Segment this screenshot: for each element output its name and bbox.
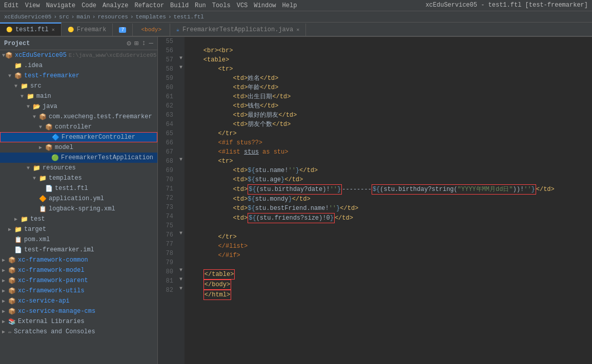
tab-body[interactable]: <body> bbox=[133, 24, 170, 36]
gear-icon[interactable]: ⚙ bbox=[127, 39, 131, 48]
ftl-icon2: 🟡 bbox=[68, 27, 74, 33]
tree-templates[interactable]: ▼ 📁 templates bbox=[0, 173, 157, 183]
code-line-62: <td>钱包</td> bbox=[189, 101, 588, 111]
tab-freemarker-java[interactable]: ☕ FreemarkerTestApplication.java ✕ bbox=[170, 24, 306, 36]
tree-main[interactable]: ▼ 📁 main bbox=[0, 91, 157, 101]
tree-xc-model[interactable]: ▶ 📦 xc-framework-model bbox=[0, 265, 157, 275]
tree-xc-utils[interactable]: ▶ 📦 xc-framework-utils bbox=[0, 286, 157, 296]
tab-freemarker-java-close[interactable]: ✕ bbox=[296, 27, 299, 33]
tree-idea-label: .idea bbox=[24, 62, 43, 69]
tree-iml[interactable]: 📄 test-freemarker.iml bbox=[0, 245, 157, 255]
close-panel-icon[interactable]: — bbox=[149, 39, 153, 48]
tree-test-freemarker[interactable]: ▼ 📦 test-freemarker bbox=[0, 71, 157, 81]
project-header: Project ⚙ ⊞ ↕ — bbox=[0, 37, 157, 50]
tree-xc-common-label: xc-framework-common bbox=[18, 256, 88, 264]
code-line-63: <td>最好的朋友</td> bbox=[189, 111, 588, 120]
tree-scratches[interactable]: ▶ ✏ Scratches and Consoles bbox=[0, 327, 157, 337]
templates-icon: 📁 bbox=[39, 175, 47, 182]
breadcrumb-src[interactable]: src bbox=[59, 14, 69, 20]
main-layout: Project ⚙ ⊞ ↕ — ▼ 📦 xcEduService05 E:\ja… bbox=[0, 37, 592, 364]
tree-controller[interactable]: ▼ 📦 controller bbox=[0, 122, 157, 132]
tree-freemarker-controller[interactable]: 🔷 FreemarkerController bbox=[0, 132, 157, 142]
xc-utils-icon: 📦 bbox=[8, 287, 16, 295]
code-area[interactable]: <br><br> <table> <tr> <td>姓名</td> <td>年龄… bbox=[185, 37, 592, 364]
tab-freemarker[interactable]: 🟡 Freemark bbox=[62, 24, 113, 36]
menu-help[interactable]: Help bbox=[282, 2, 297, 9]
tree-src[interactable]: ▼ 📁 src bbox=[0, 81, 157, 91]
menu-edit[interactable]: Edit bbox=[4, 2, 19, 9]
code-line-71: <td>${(stu.birthday?date)!''}--------${(… bbox=[189, 184, 588, 195]
menu-window[interactable]: Window bbox=[254, 2, 276, 9]
code-line-76: </tr> bbox=[189, 232, 588, 242]
breadcrumb-main[interactable]: main bbox=[76, 14, 90, 20]
menu-code[interactable]: Code bbox=[81, 2, 96, 9]
breadcrumb-resources[interactable]: resources bbox=[97, 14, 128, 20]
breadcrumb-xcEduService05[interactable]: xcEduService05 bbox=[4, 14, 51, 20]
tree-application-yml[interactable]: 🔶 application.yml bbox=[0, 194, 157, 204]
expand-icon[interactable]: ↕ bbox=[141, 39, 146, 48]
layout-icon[interactable]: ⊞ bbox=[134, 39, 138, 48]
tree-com-package[interactable]: ▼ 📦 com.xuecheng.test.freemarker bbox=[0, 112, 157, 122]
tree-controller-label: controller bbox=[55, 123, 92, 131]
fold-gutter: ▼ ▼ ▼ ▼ bbox=[177, 37, 185, 364]
tree-app-label: FreemarkerTestApplication bbox=[61, 154, 153, 161]
code-line-57: <table> bbox=[189, 55, 588, 65]
menu-vcs[interactable]: VCS bbox=[237, 2, 248, 9]
code-line-65: </tr> bbox=[189, 129, 588, 138]
tree-resources[interactable]: ▼ 📁 resources bbox=[0, 163, 157, 173]
tree-java[interactable]: ▼ 📂 java bbox=[0, 101, 157, 112]
app-icon: 🟢 bbox=[51, 154, 59, 162]
tree-logback-xml[interactable]: 📋 logback-spring.xml bbox=[0, 204, 157, 214]
code-line-79 bbox=[189, 260, 588, 269]
code-line-74: <td>${(stu.friends?size)!0}</td> bbox=[189, 213, 588, 223]
menu-refactor[interactable]: Refactor bbox=[134, 2, 164, 9]
tree-root[interactable]: ▼ 📦 xcEduService05 E:\java_www\xcEduServ… bbox=[0, 50, 157, 60]
tree-target-label: target bbox=[24, 226, 46, 233]
src-icon: 📁 bbox=[21, 82, 28, 90]
menu-build[interactable]: Build bbox=[170, 2, 189, 9]
folder-icon: 📁 bbox=[14, 62, 22, 70]
project-tree: ▼ 📦 xcEduService05 E:\java_www\xcEduServ… bbox=[0, 50, 157, 364]
breadcrumb-templates[interactable]: templates bbox=[136, 14, 166, 20]
tree-logback-label: logback-spring.xml bbox=[49, 205, 115, 212]
tab-test1-ftl-close[interactable]: ✕ bbox=[52, 27, 55, 33]
tree-root-label: xcEduService05 bbox=[15, 52, 67, 59]
tree-xc-common[interactable]: ▶ 📦 xc-framework-common bbox=[0, 255, 157, 265]
tree-freemarker-app[interactable]: 🟢 FreemarkerTestApplication bbox=[0, 153, 157, 163]
tree-xc-parent[interactable]: ▶ 📦 xc-framework-parent bbox=[0, 275, 157, 286]
code-line-56: <br><br> bbox=[189, 46, 588, 55]
tab-number-badge: 7 bbox=[119, 27, 126, 33]
code-editor[interactable]: 55 56 57 58 59 60 61 62 63 64 65 66 67 6… bbox=[158, 37, 592, 364]
resources-icon: 📁 bbox=[33, 164, 40, 172]
tab-number[interactable]: 7 bbox=[113, 24, 133, 36]
tree-idea[interactable]: 📁 .idea bbox=[0, 60, 157, 71]
code-line-75 bbox=[189, 223, 588, 232]
tree-templates-label: templates bbox=[49, 175, 82, 182]
test-fm-arrow: ▼ bbox=[8, 73, 14, 79]
tree-test[interactable]: ▶ 📁 test bbox=[0, 214, 157, 224]
package-icon: 📦 bbox=[39, 113, 47, 121]
breadcrumb-test1-ftl[interactable]: test1.ftl bbox=[174, 14, 204, 20]
tree-resources-label: resources bbox=[43, 164, 76, 172]
tree-external-libs[interactable]: ▶ 📚 External Libraries bbox=[0, 316, 157, 327]
test-folder-icon: 📁 bbox=[21, 216, 28, 223]
window-title: xcEduService05 - test1.ftl [test-freemar… bbox=[425, 2, 588, 9]
code-line-59: <td>姓名</td> bbox=[189, 74, 588, 83]
menu-analyze[interactable]: Analyze bbox=[103, 2, 128, 9]
tree-target[interactable]: ▶ 📁 target bbox=[0, 224, 157, 234]
menu-run[interactable]: Run bbox=[195, 2, 206, 9]
menu-navigate[interactable]: Navigate bbox=[46, 2, 76, 9]
controller-package-icon: 📦 bbox=[45, 123, 53, 131]
tab-test1-ftl[interactable]: 🟡 test1.ftl ✕ bbox=[0, 23, 62, 36]
tree-xc-cms[interactable]: ▶ 📦 xc-service-manage-cms bbox=[0, 306, 157, 316]
tree-model[interactable]: ▶ 📦 model bbox=[0, 142, 157, 153]
menu-view[interactable]: View bbox=[25, 2, 40, 9]
code-line-69: <td>${stu.name!''}</td> bbox=[189, 166, 588, 175]
tree-xc-api[interactable]: ▶ 📦 xc-service-api bbox=[0, 296, 157, 306]
code-line-81: </body> bbox=[189, 280, 588, 290]
menu-tools[interactable]: Tools bbox=[212, 2, 231, 9]
tree-pom[interactable]: 📋 pom.xml bbox=[0, 234, 157, 245]
code-line-64: <td>朋友个数</td> bbox=[189, 120, 588, 129]
tree-test1-ftl[interactable]: 📄 test1.ftl bbox=[0, 183, 157, 194]
code-line-70: <td>${stu.age}</td> bbox=[189, 175, 588, 184]
